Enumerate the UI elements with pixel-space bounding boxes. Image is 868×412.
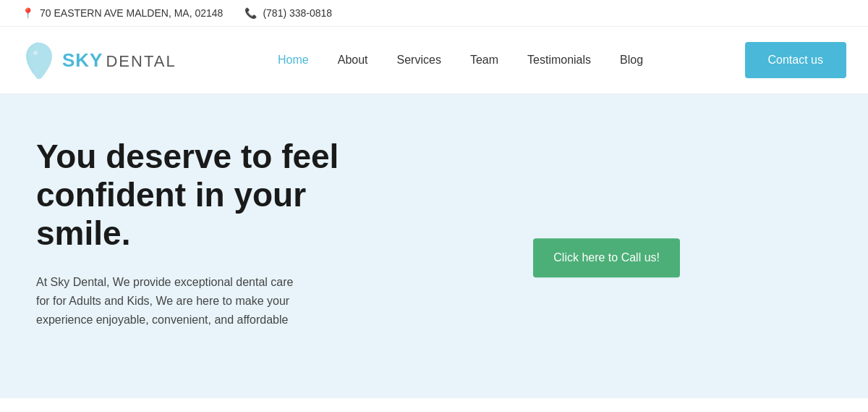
nav-home[interactable]: Home xyxy=(278,54,309,67)
logo-icon xyxy=(22,40,56,80)
call-button-wrapper: Click here to Call us! xyxy=(533,238,680,277)
header: SKY DENTAL Home About Services Team Test… xyxy=(0,27,868,94)
logo-sky: SKY xyxy=(62,49,103,72)
nav-team[interactable]: Team xyxy=(470,54,498,67)
address-text: 70 EASTERN AVE MALDEN, MA, 02148 xyxy=(40,7,223,19)
logo-text: SKY DENTAL xyxy=(62,49,176,72)
nav-testimonials[interactable]: Testimonials xyxy=(527,54,591,67)
logo-dental: DENTAL xyxy=(106,52,176,71)
contact-button[interactable]: Contact us xyxy=(745,42,846,78)
address-item: 📍 70 EASTERN AVE MALDEN, MA, 02148 xyxy=(22,7,223,19)
phone-text: (781) 338-0818 xyxy=(263,7,332,19)
logo: SKY DENTAL xyxy=(22,40,176,80)
hero-body: At Sky Dental, We provide exceptional de… xyxy=(36,273,297,330)
hero-section: You deserve to feel confident in your sm… xyxy=(0,94,868,398)
main-nav: Home About Services Team Testimonials Bl… xyxy=(278,54,643,67)
svg-point-0 xyxy=(33,51,38,55)
nav-services[interactable]: Services xyxy=(397,54,441,67)
nav-blog[interactable]: Blog xyxy=(620,54,643,67)
hero-headline: You deserve to feel confident in your sm… xyxy=(36,138,340,253)
nav-about[interactable]: About xyxy=(338,54,368,67)
hero-left: You deserve to feel confident in your sm… xyxy=(36,138,340,330)
call-button[interactable]: Click here to Call us! xyxy=(533,238,680,277)
phone-item: 📞 (781) 338-0818 xyxy=(244,7,332,19)
top-bar: 📍 70 EASTERN AVE MALDEN, MA, 02148 📞 (78… xyxy=(0,0,868,27)
phone-icon: 📞 xyxy=(244,7,257,19)
location-icon: 📍 xyxy=(22,7,34,19)
